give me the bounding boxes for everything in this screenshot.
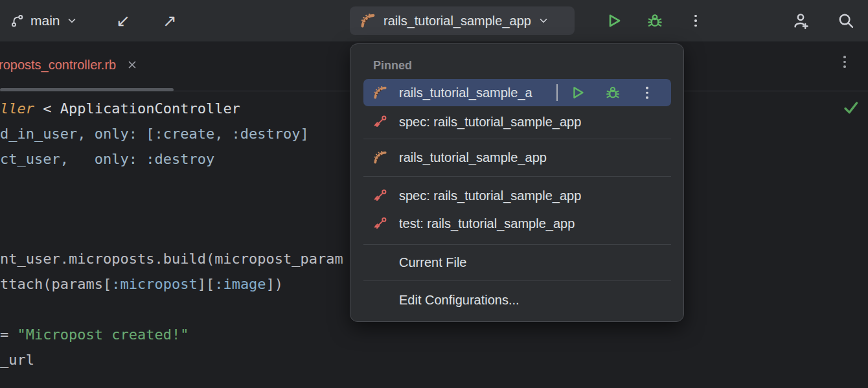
menu-item-label: rails_tutorial_sample_app xyxy=(399,150,547,165)
check-icon[interactable] xyxy=(842,99,860,117)
debug-button[interactable] xyxy=(643,9,667,32)
push-button[interactable]: ↗ xyxy=(158,9,181,32)
main-toolbar: main ↙ ↗ rails_tutorial_sample_app xyxy=(0,0,868,41)
menu-item-label: test: rails_tutorial_sample_app xyxy=(399,216,575,231)
code-line: d_in_user, only: [:create, :destroy] xyxy=(0,125,309,143)
code-line: = "Micropost created!" xyxy=(0,326,188,344)
rails-icon xyxy=(373,86,387,100)
run-icon xyxy=(605,12,623,30)
tab-label-clip: croposts_controller.rb xyxy=(0,58,116,73)
code-line: ller < ApplicationController xyxy=(0,100,240,118)
close-icon[interactable] xyxy=(126,59,138,71)
search-everywhere-button[interactable] xyxy=(834,9,858,32)
menu-item-label: rails_tutorial_sample_a xyxy=(399,86,532,100)
pinned-section-header: Pinned xyxy=(373,59,412,73)
code-line: nt_user.microposts.build(micropost_param xyxy=(0,250,343,268)
code-line: _url xyxy=(0,351,34,369)
run-button[interactable] xyxy=(602,9,626,32)
rails-icon xyxy=(373,150,387,165)
code-with-me-button[interactable] xyxy=(789,9,812,32)
menu-item-test-rails-tutorial-sample-app[interactable]: test: rails_tutorial_sample_app xyxy=(363,210,671,237)
rails-icon xyxy=(360,13,376,29)
menu-item-rails-tutorial-sample-app[interactable]: rails_tutorial_sample_app xyxy=(363,144,671,171)
tab-label: croposts_controller.rb xyxy=(0,58,116,73)
chevron-down-icon xyxy=(538,15,549,27)
git-branch-icon xyxy=(10,14,25,28)
menu-item-spec-rails-tutorial-sample-app[interactable]: spec: rails_tutorial_sample_app xyxy=(363,109,671,135)
push-arrow-icon: ↗ xyxy=(163,12,177,29)
text-truncation-caret xyxy=(556,84,558,101)
run-configurations-popup: Pinned rails_tutorial_sample_a xyxy=(350,43,684,322)
menu-divider xyxy=(363,176,671,177)
debug-icon xyxy=(646,12,664,30)
run-icon[interactable] xyxy=(569,84,586,101)
branch-name: main xyxy=(30,13,60,29)
menu-item-spec-rails-tutorial-sample-app-2[interactable]: spec: rails_tutorial_sample_app xyxy=(363,182,671,209)
tab-microposts-controller[interactable]: croposts_controller.rb xyxy=(0,41,138,88)
run-configuration-name: rails_tutorial_sample_app xyxy=(383,14,531,29)
codewithme-icon xyxy=(792,12,810,30)
code-line: ttach(params[:micropost][:image]) xyxy=(0,275,283,293)
git-branch-widget[interactable]: main xyxy=(6,9,82,32)
update-arrow-icon: ↙ xyxy=(116,12,130,29)
debug-icon[interactable] xyxy=(604,84,621,101)
menu-item-current-file[interactable]: Current File xyxy=(363,249,671,275)
menu-divider xyxy=(363,244,671,245)
rspec-icon xyxy=(373,216,387,231)
search-icon xyxy=(837,12,855,30)
menu-divider xyxy=(363,139,671,139)
rspec-icon xyxy=(373,188,387,203)
kebab-icon xyxy=(694,15,697,27)
tab-options-button[interactable] xyxy=(837,56,852,75)
rspec-icon xyxy=(373,115,387,129)
kebab-icon xyxy=(837,56,852,68)
menu-item-label: Current File xyxy=(399,255,466,270)
code-line: ct_user, only: :destroy xyxy=(0,150,214,168)
kebab-icon[interactable] xyxy=(646,87,648,99)
menu-divider xyxy=(363,280,671,281)
menu-item-label: spec: rails_tutorial_sample_app xyxy=(399,115,581,130)
update-project-button[interactable]: ↙ xyxy=(111,9,135,32)
menu-item-label: spec: rails_tutorial_sample_app xyxy=(399,188,581,203)
menu-item-label: Edit Configurations... xyxy=(399,293,520,308)
chevron-down-icon xyxy=(66,15,78,27)
more-actions-button[interactable] xyxy=(684,9,707,32)
run-configuration-selector[interactable]: rails_tutorial_sample_app xyxy=(350,6,575,35)
menu-item-rails-tutorial-sample-app-selected[interactable]: rails_tutorial_sample_a xyxy=(363,79,671,106)
menu-item-edit-configurations[interactable]: Edit Configurations... xyxy=(363,287,671,313)
